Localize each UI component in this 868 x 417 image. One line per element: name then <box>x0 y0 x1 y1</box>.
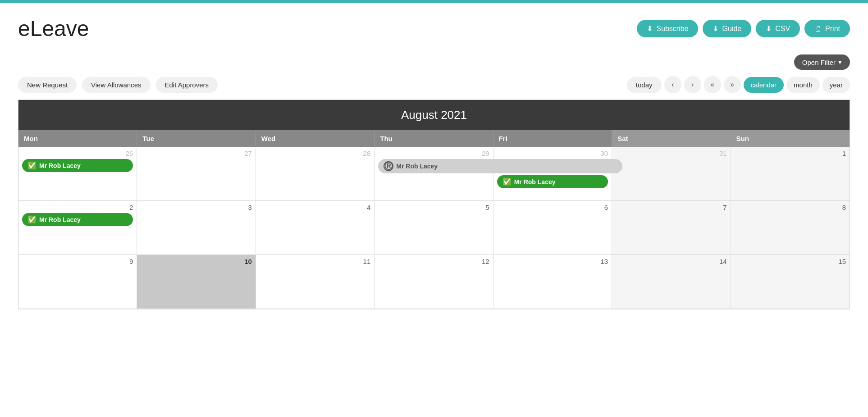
date-3: 3 <box>141 204 251 211</box>
event-label-2: Mr Rob Lacey <box>39 216 81 223</box>
app-title: eLeave <box>18 16 89 41</box>
chevron-down-icon: ▾ <box>838 58 842 66</box>
cal-cell-7: 7 <box>612 201 731 255</box>
chevron-right-icon: › <box>691 81 694 89</box>
next-button[interactable]: › <box>684 76 701 93</box>
next-year-button[interactable]: » <box>724 76 741 93</box>
calendar-title: August 2021 <box>18 100 850 130</box>
csv-icon: ⬇ <box>766 24 772 33</box>
cal-cell-31: 31 <box>612 147 731 201</box>
today-button[interactable]: today <box>627 77 662 93</box>
chevron-right2-icon: » <box>730 81 734 89</box>
cal-cell-9: 9 <box>18 255 137 309</box>
guide-icon: ⬇ <box>713 24 718 33</box>
prev-year-button[interactable]: « <box>704 76 721 93</box>
event-rob-lacey-30[interactable]: ✅ Mr Rob Lacey <box>497 175 608 188</box>
print-button[interactable]: 🖨 Print <box>804 20 850 37</box>
check-icon: ✅ <box>27 161 37 170</box>
action-row: New Request View Allowances Edit Approve… <box>0 73 868 100</box>
subscribe-label: Subscribe <box>656 25 688 33</box>
cal-cell-2: 2 ✅ Mr Rob Lacey <box>18 201 137 255</box>
toolbar-row: Open Filter ▾ <box>0 50 868 73</box>
cal-cell-27: 27 <box>137 147 256 201</box>
date-10: 10 <box>141 258 251 265</box>
nav-controls: today ‹ › « » calendar month year <box>627 76 850 93</box>
event-label-30: Mr Rob Lacey <box>514 178 556 186</box>
print-label: Print <box>825 25 840 33</box>
day-mon: Mon <box>18 130 137 147</box>
cal-cell-1: 1 <box>731 147 850 201</box>
calendar-container: August 2021 Mon Tue Wed Thu Fri Sat Sun … <box>18 100 850 309</box>
edit-approvers-button[interactable]: Edit Approvers <box>156 77 218 93</box>
date-7: 7 <box>616 204 726 211</box>
date-8: 8 <box>735 204 846 211</box>
year-view-button[interactable]: year <box>822 77 850 93</box>
calendar-view-button[interactable]: calendar <box>744 77 784 93</box>
date-12: 12 <box>378 258 489 265</box>
print-icon: 🖨 <box>814 25 822 33</box>
cal-cell-6: 6 <box>493 201 612 255</box>
csv-button[interactable]: ⬇ CSV <box>756 20 800 37</box>
cal-cell-15: 15 <box>731 255 850 309</box>
day-fri: Fri <box>493 130 612 147</box>
event-label-29: Mr Rob Lacey <box>396 163 438 170</box>
date-28: 28 <box>260 150 370 157</box>
event-rob-lacey-29[interactable]: Ⓡ Mr Rob Lacey <box>378 159 622 173</box>
date-5: 5 <box>378 204 489 211</box>
date-9: 9 <box>22 258 133 265</box>
day-tue: Tue <box>137 130 256 147</box>
date-29: 29 <box>378 150 489 157</box>
cal-cell-5: 5 <box>375 201 493 255</box>
prev-button[interactable]: ‹ <box>664 76 681 93</box>
r-icon: Ⓡ <box>384 161 393 171</box>
check-icon-2: ✅ <box>27 215 37 224</box>
date-13: 13 <box>497 258 608 265</box>
cal-cell-26: 26 ✅ Mr Rob Lacey <box>18 147 137 201</box>
chevron-left2-icon: « <box>710 81 714 89</box>
event-rob-lacey-26[interactable]: ✅ Mr Rob Lacey <box>22 159 133 172</box>
cal-cell-11: 11 <box>256 255 375 309</box>
date-14: 14 <box>616 258 726 265</box>
day-thu: Thu <box>375 130 493 147</box>
days-header: Mon Tue Wed Thu Fri Sat Sun <box>18 130 850 147</box>
event-rob-lacey-2[interactable]: ✅ Mr Rob Lacey <box>22 213 133 226</box>
date-2: 2 <box>22 204 133 211</box>
cal-cell-8: 8 <box>731 201 850 255</box>
date-6: 6 <box>497 204 608 211</box>
day-sun: Sun <box>731 130 850 147</box>
cal-cell-3: 3 <box>137 201 256 255</box>
open-filter-label: Open Filter <box>802 59 836 66</box>
cal-cell-13: 13 <box>493 255 612 309</box>
date-11: 11 <box>260 258 370 265</box>
date-31: 31 <box>616 150 726 157</box>
guide-button[interactable]: ⬇ Guide <box>703 20 751 37</box>
subscribe-icon: ⬇ <box>647 24 653 33</box>
cal-cell-4: 4 <box>256 201 375 255</box>
action-left: New Request View Allowances Edit Approve… <box>18 77 218 93</box>
date-26: 26 <box>22 150 133 157</box>
day-sat: Sat <box>612 130 731 147</box>
subscribe-button[interactable]: ⬇ Subscribe <box>637 20 698 37</box>
open-filter-button[interactable]: Open Filter ▾ <box>794 54 850 70</box>
header: eLeave ⬇ Subscribe ⬇ Guide ⬇ CSV 🖨 Print <box>0 3 868 50</box>
cal-cell-28: 28 <box>256 147 375 201</box>
guide-label: Guide <box>722 25 741 33</box>
date-4: 4 <box>260 204 370 211</box>
month-view-button[interactable]: month <box>786 77 820 93</box>
date-1: 1 <box>735 150 846 157</box>
cal-cell-10: 10 <box>137 255 256 309</box>
check-icon-30: ✅ <box>503 177 512 186</box>
event-label-26: Mr Rob Lacey <box>39 162 81 169</box>
date-27: 27 <box>141 150 251 157</box>
chevron-left-icon: ‹ <box>672 81 674 89</box>
view-allowances-button[interactable]: View Allowances <box>82 77 150 93</box>
header-buttons: ⬇ Subscribe ⬇ Guide ⬇ CSV 🖨 Print <box>637 20 850 37</box>
cal-cell-30: 30 ✅ Mr Rob Lacey <box>493 147 612 201</box>
new-request-button[interactable]: New Request <box>18 77 77 93</box>
calendar-grid: 26 ✅ Mr Rob Lacey 27 28 29 Ⓡ Mr Rob Lace… <box>18 147 850 309</box>
day-wed: Wed <box>256 130 375 147</box>
date-15: 15 <box>735 258 846 265</box>
csv-label: CSV <box>775 25 790 33</box>
date-30: 30 <box>497 150 608 157</box>
cal-cell-12: 12 <box>375 255 493 309</box>
